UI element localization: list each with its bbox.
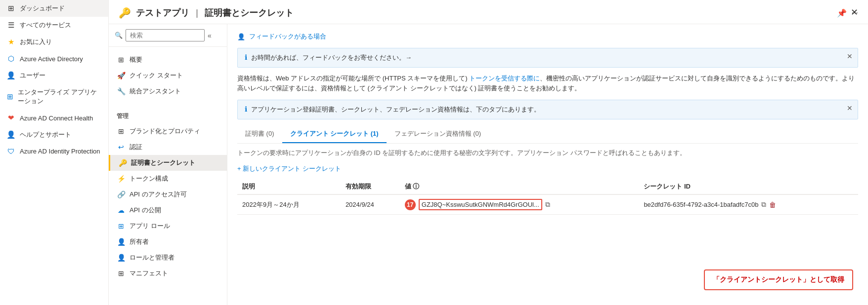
integration-icon: 🔧: [117, 87, 126, 95]
sidebar-item-app-roles[interactable]: ⊞ アプリ ロール: [109, 218, 227, 234]
identity-protection-icon: 🛡: [6, 147, 16, 155]
info-icon-1: ℹ: [245, 53, 247, 61]
favorites-icon: ★: [6, 38, 16, 46]
auth-icon: ↩: [117, 143, 126, 151]
nav-help-support[interactable]: 👤 ヘルプとサポート: [0, 126, 108, 143]
nav-identity-protection[interactable]: 🛡 Azure AD Identity Protection: [0, 143, 108, 159]
description-text: 資格情報は、Web アドレスの指定が可能な場所で (HTTPS スキーマを使用し…: [237, 74, 858, 93]
info-icon-2: ℹ: [245, 105, 247, 113]
row-description: 2022年9月～24か月: [237, 194, 341, 215]
search-icon: 🔍: [115, 32, 123, 39]
nav-favorites[interactable]: ★ お気に入り: [0, 34, 108, 50]
delete-secret-button[interactable]: 🗑: [769, 201, 776, 209]
sidebar-item-auth[interactable]: ↩ 認証: [109, 139, 227, 155]
manage-section-label: 管理: [109, 109, 227, 123]
nav-users[interactable]: 👤 ユーザー: [0, 67, 108, 84]
certs-icon: 🔑: [118, 159, 127, 167]
collapse-icon[interactable]: «: [208, 32, 212, 39]
page-title: テストアプリ | 証明書とシークレット: [136, 7, 294, 19]
azure-ad-icon: ⬡: [6, 54, 16, 63]
nav-dashboard[interactable]: ⊞ ダッシュボード: [0, 0, 108, 17]
tab-certs[interactable]: 証明書 (0): [237, 125, 282, 143]
side-search-container: 🔍 «: [109, 24, 227, 47]
secrets-table: 説明 有効期限 値 ⓘ シークレット ID 2022年9月～24か月 2024/…: [237, 179, 858, 215]
left-navigation: ⊞ ダッシュボード ☰ すべてのサービス ★ お気に入り ⬡ Azure Act…: [0, 0, 109, 305]
side-panel: 🔍 « ⊞ 概要 🚀 クイック スタート 🔧 統合アシスタント: [109, 24, 227, 305]
col-secret-id: シークレット ID: [639, 179, 858, 194]
row-value: 17 GZJ8Q~KsswuSutkGNWmRd4GrGOUl... ⧉: [400, 194, 639, 215]
side-menu-top: ⊞ 概要 🚀 クイック スタート 🔧 統合アシスタント: [109, 47, 227, 104]
sidebar-item-overview[interactable]: ⊞ 概要: [109, 52, 227, 68]
app-roles-icon: ⊞: [117, 222, 126, 230]
pin-icon[interactable]: 📌: [837, 8, 847, 18]
branding-icon: ⊞: [117, 127, 126, 135]
sidebar-item-api-expose[interactable]: ☁ API の公開: [109, 202, 227, 218]
overview-icon: ⊞: [117, 56, 126, 64]
token-link[interactable]: トークンを受信する際に: [469, 75, 540, 82]
step-badge-17: 17: [405, 199, 416, 210]
close-banner-1-button[interactable]: ✕: [847, 52, 853, 60]
close-banner-2-button[interactable]: ✕: [847, 104, 853, 112]
tab-client-secrets[interactable]: クライアント シークレット (1): [282, 125, 387, 143]
row-secret-id: be2dfd76-635f-4792-a3c4-1bafadfc7c0b ⧉ 🗑: [639, 194, 858, 215]
sidebar-item-roles-admins[interactable]: 👤 ロールと管理者: [109, 250, 227, 266]
ad-connect-health-icon: ❤: [6, 114, 16, 122]
feedback-icon: 👤: [237, 33, 245, 40]
col-expiry: 有効期限: [341, 179, 400, 194]
sidebar-item-owners[interactable]: 👤 所有者: [109, 234, 227, 250]
close-window-button[interactable]: ✕: [851, 7, 858, 18]
col-description: 説明: [237, 179, 341, 194]
sidebar-item-certs[interactable]: 🔑 証明書とシークレット: [109, 155, 227, 171]
quickstart-icon: 🚀: [117, 72, 126, 79]
users-icon: 👤: [6, 71, 16, 80]
add-secret-button[interactable]: + 新しいクライアント シークレット: [237, 164, 858, 173]
all-services-icon: ☰: [6, 21, 16, 30]
app-icon: 🔑: [119, 7, 131, 19]
copy-secret-id-button[interactable]: ⧉: [761, 200, 766, 209]
main-area: 🔑 テストアプリ | 証明書とシークレット 📌 ··· ✕ 🔍 « ⊞ 概要: [109, 0, 868, 305]
nav-ad-connect-health[interactable]: ❤ Azure AD Connect Health: [0, 110, 108, 126]
tab-federation[interactable]: フェデレーション資格情報 (0): [387, 125, 489, 143]
feedback-bar[interactable]: 👤 フィードバックがある場合: [237, 32, 858, 41]
copy-value-button[interactable]: ⧉: [545, 200, 550, 209]
token-icon: ⚡: [117, 175, 126, 183]
search-input[interactable]: [126, 29, 205, 41]
side-menu-manage: 管理 ⊞ ブランド化とプロパティ ↩ 認証 🔑 証明書とシークレット ⚡ トーク…: [109, 104, 227, 286]
title-separator: |: [196, 8, 198, 18]
api-expose-icon: ☁: [117, 206, 126, 214]
manifest-icon: ⊞: [117, 269, 126, 277]
roles-admins-icon: 👤: [117, 254, 126, 262]
add-secret-label: + 新しいクライアント シークレット: [237, 164, 341, 173]
sidebar-item-branding[interactable]: ⊞ ブランド化とプロパティ: [109, 123, 227, 139]
nav-enterprise-apps[interactable]: ⊞ エンタープライズ アプリケーション: [0, 84, 108, 110]
owners-icon: 👤: [117, 238, 126, 246]
dashboard-icon: ⊞: [6, 4, 16, 13]
info-banner-feedback: ℹ お時間があれば、フィードバックをお寄せください。→ ✕: [237, 48, 858, 68]
tab-description: トークンの要求時にアプリケーションが自身の ID を証明するために使用する秘密の…: [237, 149, 858, 157]
enterprise-apps-icon: ⊞: [6, 92, 14, 101]
col-value: 値 ⓘ: [400, 179, 639, 194]
help-icon: 👤: [6, 130, 16, 139]
sidebar-item-api-access[interactable]: 🔗 API のアクセス許可: [109, 187, 227, 202]
info-banner-tabs: ℹ アプリケーション登録証明書、シークレット、フェデレーション資格情報は、下のタ…: [237, 100, 858, 119]
secret-value-text: GZJ8Q~KsswuSutkGNWmRd4GrGOUl...: [419, 199, 542, 210]
table-row: 2022年9月～24か月 2024/9/24 17 GZJ8Q~KsswuSut…: [237, 194, 858, 215]
sidebar-item-manifest[interactable]: ⊞ マニフェスト: [109, 266, 227, 281]
sidebar-item-token[interactable]: ⚡ トークン構成: [109, 171, 227, 187]
sidebar-item-integration[interactable]: 🔧 統合アシスタント: [109, 83, 227, 99]
title-bar: 🔑 テストアプリ | 証明書とシークレット 📌 ··· ✕: [109, 0, 868, 24]
nav-all-services[interactable]: ☰ すべてのサービス: [0, 17, 108, 34]
row-expiry: 2024/9/24: [341, 194, 400, 215]
content-layout: 🔍 « ⊞ 概要 🚀 クイック スタート 🔧 統合アシスタント: [109, 24, 868, 305]
tabs-container: 証明書 (0) クライアント シークレット (1) フェデレーション資格情報 (…: [237, 125, 858, 144]
nav-azure-ad[interactable]: ⬡ Azure Active Directory: [0, 50, 108, 67]
api-access-icon: 🔗: [117, 191, 126, 198]
right-panel: 👤 フィードバックがある場合 ℹ お時間があれば、フィードバックをお寄せください…: [227, 24, 868, 305]
sidebar-item-quickstart[interactable]: 🚀 クイック スタート: [109, 68, 227, 83]
callout-box: 「クライアントシークレット」として取得: [704, 269, 853, 290]
